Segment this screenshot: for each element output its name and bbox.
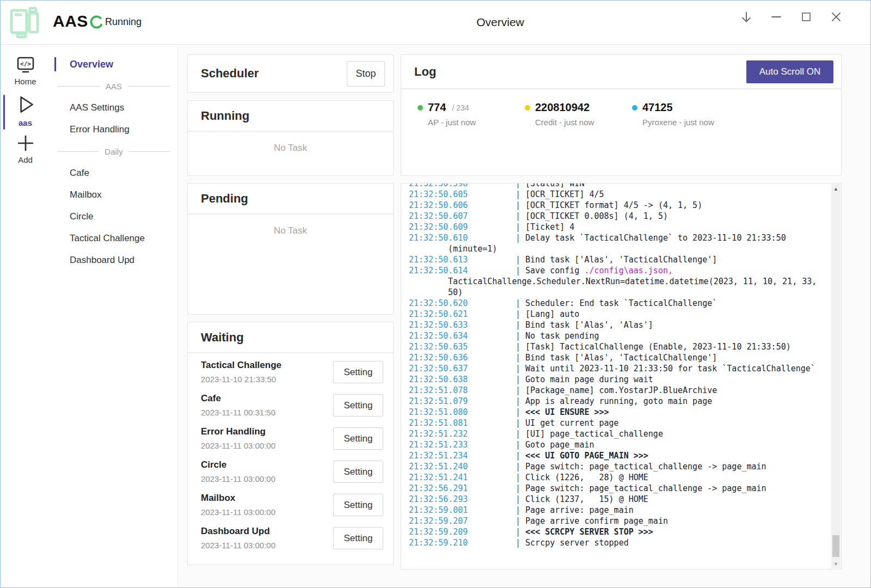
scroll-up-icon[interactable] (831, 185, 841, 193)
log-message: [OCR_TICKET] 4/5 (525, 189, 604, 199)
sidebar-item[interactable]: Cafe (50, 162, 177, 184)
log-message: App is already running, goto main page (525, 396, 712, 406)
sidebar-item[interactable]: Circle (50, 206, 177, 228)
stat-value-row: 774 / 234 (418, 101, 525, 114)
log-separator (516, 298, 525, 308)
log-line: INFO21:32:50.635[Task] TacticalChallenge… (409, 341, 817, 352)
auto-scroll-toggle-button[interactable]: Auto Scroll ON (746, 60, 833, 83)
sidebar-item[interactable]: Tactical Challenge (50, 228, 177, 249)
icon-rail: </> Home aas Add (1, 44, 51, 587)
log-line: INFO21:32:59.210Scrcpy server stopped (409, 537, 817, 548)
log-separator (516, 429, 525, 439)
scroll-down-icon[interactable] (831, 560, 841, 568)
task-setting-button[interactable]: Setting (333, 427, 383, 450)
task-setting-button[interactable]: Setting (333, 527, 383, 549)
log-separator (516, 396, 525, 406)
log-timestamp: 21:32:50.633 (448, 320, 516, 330)
log-message: [Lang] auto (525, 309, 579, 319)
sidebar-item[interactable]: Mailbox (50, 184, 177, 206)
maximize-icon (799, 10, 813, 24)
stat-value: 220810942 (535, 101, 590, 114)
sidebar-item-label: Daily (105, 147, 122, 156)
task-setting-button[interactable]: Setting (333, 494, 383, 516)
log-timestamp: 21:32:51.079 (448, 396, 516, 407)
log-message: Wait until 2023-11-10 21:33:50 for task … (525, 364, 815, 373)
log-timestamp: 21:32:51.241 (448, 472, 516, 483)
running-title: Running (201, 109, 249, 123)
close-button[interactable] (828, 7, 844, 27)
stat-block: 774 / 234 AP - just now (418, 101, 525, 127)
waiting-task-row: Tactical Challenge 2023-11-10 21:33:50 S… (201, 358, 385, 391)
log-line: INFO21:32:51.079App is already running, … (409, 396, 817, 407)
log-timestamp: 21:32:50.614 (448, 265, 516, 276)
app-name: AAS (53, 12, 88, 30)
rail-item-add[interactable]: Add (1, 133, 50, 164)
log-message: Bind task ['Alas', 'TacticalChallenge'] (525, 255, 717, 265)
task-setting-button[interactable]: Setting (333, 461, 383, 483)
sidebar-item-label: AAS Settings (70, 102, 124, 113)
log-separator (516, 451, 525, 461)
rail-item-aas[interactable]: aas (1, 93, 50, 127)
log-message: Goto main page during wait (525, 375, 653, 384)
log-line: INFO21:32:51.081UI get current page (409, 418, 817, 428)
log-separator (516, 483, 525, 493)
log-timestamp: 21:32:50.607 (448, 211, 516, 222)
app-logo-icon (7, 4, 42, 39)
log-message: <<< UI GOTO PAGE_MAIN >>> (525, 451, 648, 461)
log-line: INFO21:32:51.241Click (1226, 28) @ HOME (409, 472, 817, 483)
log-header: Log Auto Scroll ON (401, 55, 841, 89)
log-message: <<< SCRCPY SERVER STOP >>> (525, 527, 653, 537)
sidebar-item[interactable]: Overview (50, 53, 177, 75)
minimize-button[interactable] (768, 7, 784, 27)
log-message: Page arrive confirm page_main (525, 516, 668, 526)
log-card: Log Auto Scroll ON 774 / 234 AP - just n… (401, 54, 842, 176)
rail-item-home[interactable]: </> Home (1, 56, 50, 86)
running-card: Running No Task (187, 100, 394, 176)
log-separator (516, 385, 525, 395)
log-separator (516, 538, 525, 548)
log-separator (516, 200, 525, 210)
hide-window-button[interactable] (738, 7, 755, 27)
log-separator (516, 320, 525, 330)
stat-suffix: / 234 (452, 103, 469, 112)
scheduler-stop-button[interactable]: Stop (347, 61, 385, 87)
log-line: INFO21:32:50.621[Lang] auto (409, 309, 817, 320)
log-separator (516, 516, 525, 526)
rail-home-label: Home (14, 77, 36, 86)
log-scrollbar[interactable] (831, 184, 841, 568)
sidebar-item[interactable]: Error Handling (50, 119, 177, 140)
log-separator (516, 255, 525, 265)
scrollbar-thumb[interactable] (832, 535, 839, 557)
log-line: INFO21:32:59.209<<< SCRCPY SERVER STOP >… (409, 526, 817, 537)
maximize-button[interactable] (798, 7, 814, 27)
log-message: [Task] TacticalChallenge (Enable, 2023-1… (525, 342, 791, 352)
pending-title: Pending (201, 192, 248, 206)
log-separator (516, 473, 525, 482)
log-lines: INFO21:32:50.598[Status] WIN INFO21:32:5… (409, 183, 817, 548)
log-message: Click (1226, 28) @ HOME (525, 473, 648, 482)
log-separator (516, 211, 525, 221)
rail-aas-label: aas (19, 118, 32, 127)
log-timestamp: 21:32:50.606 (448, 200, 516, 211)
task-setting-button[interactable]: Setting (333, 394, 383, 416)
log-timestamp: 21:32:51.232 (448, 428, 516, 439)
log-separator (516, 505, 525, 515)
log-line: INFO21:32:50.609[Ticket] 4 (409, 222, 817, 232)
task-setting-button[interactable]: Setting (333, 361, 383, 383)
log-timestamp: 21:32:50.609 (448, 222, 516, 232)
waiting-title: Waiting (201, 330, 244, 345)
log-timestamp: 21:32:51.078 (448, 385, 516, 396)
log-message: [Package_name] com.YostarJP.BlueArchive (525, 385, 717, 395)
log-separator (516, 183, 525, 188)
arrow-down-icon (739, 10, 753, 24)
stat-label: Credit - just now (535, 118, 632, 127)
waiting-task-row: Circle 2023-11-11 03:00:00 Setting (201, 457, 385, 491)
sidebar-item[interactable]: AAS Settings (50, 97, 177, 119)
stat-dot-icon (632, 105, 637, 111)
log-line: INFO21:32:50.613Bind task ['Alas', 'Tact… (409, 254, 817, 265)
sidebar-item[interactable]: Dashboard Upd (50, 249, 177, 271)
scheduler-status: Running (89, 15, 142, 29)
log-message: Page arrive: page_main (525, 505, 634, 515)
sidebar-item-label: AAS (106, 82, 122, 91)
log-line: INFO21:32:59.207Page arrive confirm page… (409, 516, 817, 526)
